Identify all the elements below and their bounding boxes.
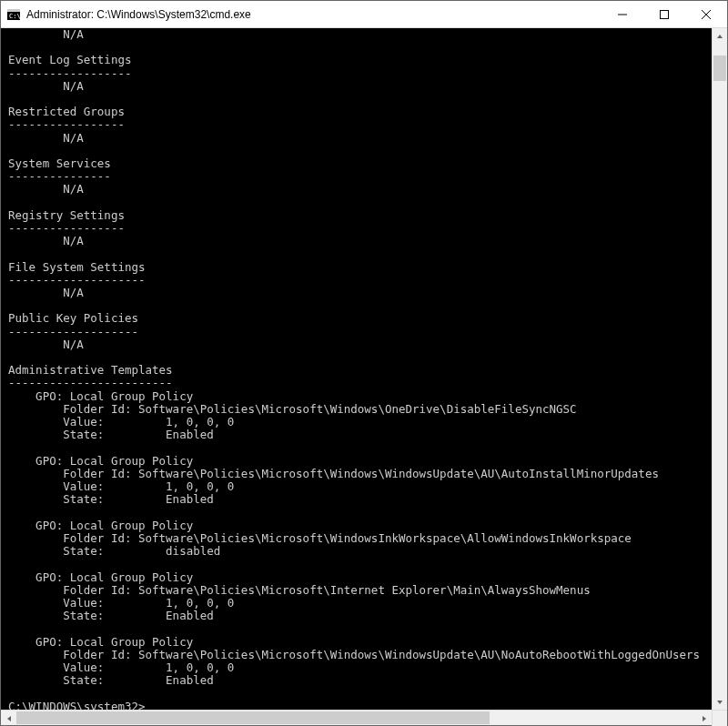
scroll-left-arrow-icon[interactable] [1, 711, 16, 726]
svg-marker-9 [7, 716, 11, 721]
svg-rect-1 [7, 9, 20, 12]
minimize-button[interactable] [602, 1, 643, 27]
cmd-window: C:\ Administrator: C:\Windows\System32\c… [0, 0, 728, 726]
horizontal-scrollbar[interactable] [1, 710, 727, 725]
client-area: N/A Event Log Settings -----------------… [1, 28, 727, 710]
window-controls [602, 1, 727, 27]
console-output[interactable]: N/A Event Log Settings -----------------… [1, 28, 712, 710]
scroll-up-arrow-icon[interactable] [713, 28, 727, 44]
svg-marker-7 [717, 35, 723, 38]
vertical-scroll-thumb[interactable] [713, 55, 726, 81]
vertical-scrollbar[interactable] [712, 28, 727, 710]
prompt[interactable]: C:\WINDOWS\system32> [8, 700, 146, 710]
close-button[interactable] [685, 1, 727, 27]
scroll-right-arrow-icon[interactable] [696, 711, 712, 726]
titlebar[interactable]: C:\ Administrator: C:\Windows\System32\c… [1, 1, 727, 28]
scrollbar-corner [712, 711, 727, 726]
svg-text:C:\: C:\ [9, 13, 20, 20]
scroll-down-arrow-icon[interactable] [713, 694, 727, 710]
window-title: Administrator: C:\Windows\System32\cmd.e… [26, 8, 602, 21]
cmd-icon: C:\ [6, 7, 21, 22]
svg-rect-4 [661, 10, 669, 18]
horizontal-scroll-thumb[interactable] [16, 711, 490, 724]
svg-marker-8 [717, 701, 723, 704]
maximize-button[interactable] [643, 1, 685, 27]
svg-marker-10 [703, 716, 706, 721]
